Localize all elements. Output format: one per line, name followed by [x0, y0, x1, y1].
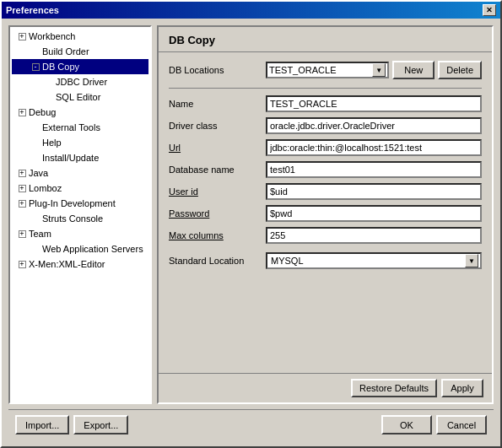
sidebar-item-xmen-xml-editor[interactable]: + X-Men:XML-Editor	[12, 256, 148, 272]
user-id-input[interactable]	[266, 183, 482, 200]
separator	[169, 88, 482, 89]
right-panel: DB Copy DB Locations TEST_ORACLE ▼ New D…	[157, 25, 494, 404]
sidebar-item-label: Lomboz	[29, 183, 62, 193]
title-bar: Preferences ✕	[2, 2, 500, 19]
panel-body: DB Locations TEST_ORACLE ▼ New Delete	[159, 52, 492, 373]
spacer-icon	[29, 121, 42, 134]
title-bar-controls: ✕	[483, 4, 496, 16]
form-row-user-id: User id	[169, 183, 482, 200]
sidebar-item-debug[interactable]: + Debug	[12, 105, 148, 120]
spacer-icon	[42, 75, 56, 89]
form-row-driver-class: Driver class	[169, 117, 482, 134]
form-row-database-name: Database name	[169, 161, 482, 178]
panel-title: DB Copy	[159, 27, 492, 52]
standard-location-label: Standard Location	[169, 256, 266, 266]
tree-panel[interactable]: + Workbench Build Order - DB Copy JDBC D…	[8, 25, 152, 404]
import-button[interactable]: Import...	[15, 415, 69, 435]
window-content: + Workbench Build Order - DB Copy JDBC D…	[2, 19, 500, 446]
sidebar-item-sql-editor[interactable]: SQL Editor	[12, 89, 148, 105]
expand-icon: +	[15, 166, 29, 180]
apply-button[interactable]: Apply	[441, 379, 483, 397]
db-locations-value: TEST_ORACLE	[269, 65, 336, 75]
sidebar-item-jdbc-driver[interactable]: JDBC Driver	[12, 74, 148, 89]
sidebar-item-label: Install/Update	[42, 153, 99, 163]
dropdown-arrow-icon: ▼	[372, 63, 386, 77]
cancel-button[interactable]: Cancel	[436, 415, 487, 435]
main-area: + Workbench Build Order - DB Copy JDBC D…	[8, 25, 494, 404]
driver-class-input[interactable]	[266, 117, 482, 134]
sidebar-item-label: External Tools	[42, 122, 100, 132]
sidebar-item-lomboz[interactable]: + Lomboz	[12, 181, 148, 196]
url-input[interactable]	[266, 139, 482, 156]
sidebar-item-label: SQL Editor	[56, 92, 100, 102]
sidebar-item-label: Build Order	[42, 46, 89, 57]
driver-class-label: Driver class	[169, 121, 266, 131]
spacer-icon	[29, 45, 42, 58]
max-columns-label: Max columns	[169, 230, 266, 240]
sidebar-item-external-tools[interactable]: External Tools	[12, 120, 148, 135]
sidebar-item-build-order[interactable]: Build Order	[12, 44, 148, 59]
sidebar-item-plugin-dev[interactable]: + Plug-In Development	[12, 196, 148, 211]
delete-button[interactable]: Delete	[438, 61, 482, 79]
form-row-password: Password	[169, 205, 482, 222]
close-button[interactable]: ✕	[483, 4, 496, 16]
export-button[interactable]: Export...	[73, 415, 128, 435]
database-name-input[interactable]	[266, 161, 482, 178]
standard-location-dropdown[interactable]: MYSQL ▼	[266, 252, 482, 269]
sidebar-item-label: Workbench	[29, 31, 75, 41]
sidebar-item-label: Team	[29, 229, 51, 239]
sidebar-item-java[interactable]: + Java	[12, 165, 148, 181]
password-label: Password	[169, 208, 266, 219]
sidebar-item-label: Help	[42, 138, 62, 148]
bottom-left-buttons: Import... Export...	[15, 415, 128, 435]
ok-button[interactable]: OK	[381, 415, 432, 435]
max-columns-input[interactable]	[266, 227, 482, 244]
expand-icon: +	[15, 105, 29, 119]
url-label: Url	[169, 143, 266, 153]
db-locations-controls: TEST_ORACLE ▼ New Delete	[266, 61, 482, 79]
db-locations-row: DB Locations TEST_ORACLE ▼ New Delete	[169, 61, 482, 79]
name-input[interactable]	[266, 95, 482, 112]
db-locations-dropdown[interactable]: TEST_ORACLE ▼	[266, 62, 389, 78]
form-row-max-columns: Max columns	[169, 227, 482, 244]
password-input[interactable]	[266, 205, 482, 222]
spacer-icon	[42, 90, 56, 104]
bottom-right-buttons: OK Cancel	[381, 415, 487, 435]
bottom-bar: Import... Export... OK Cancel	[8, 409, 494, 440]
user-id-label: User id	[169, 186, 266, 197]
sidebar-item-label: Plug-In Development	[29, 198, 116, 208]
name-label: Name	[169, 99, 266, 109]
expand-icon: -	[29, 60, 42, 73]
standard-location-value: MYSQL	[269, 256, 304, 266]
sidebar-item-label: Struts Console	[42, 213, 103, 224]
sidebar-item-help[interactable]: Help	[12, 135, 148, 150]
spacer-icon	[29, 151, 42, 165]
sidebar-item-struts-console[interactable]: Struts Console	[12, 211, 148, 226]
form-row-url: Url	[169, 139, 482, 156]
sidebar-item-workbench[interactable]: + Workbench	[12, 29, 148, 44]
standard-dropdown-arrow-icon: ▼	[465, 254, 478, 267]
sidebar-item-label: Web Application Servers	[42, 244, 143, 254]
sidebar-item-web-app-servers[interactable]: Web Application Servers	[12, 241, 148, 256]
sidebar-item-label: Debug	[29, 107, 56, 117]
expand-icon: +	[15, 181, 29, 195]
preferences-window: Preferences ✕ + Workbench Build Order	[0, 0, 502, 448]
sidebar-item-team[interactable]: + Team	[12, 226, 148, 241]
spacer-icon	[29, 212, 42, 225]
sidebar-item-label: JDBC Driver	[56, 77, 107, 87]
form-row-name: Name	[169, 95, 482, 112]
sidebar-item-db-copy[interactable]: - DB Copy	[12, 59, 148, 74]
expand-icon: +	[15, 227, 29, 240]
sidebar-item-install-update[interactable]: Install/Update	[12, 150, 148, 165]
standard-location-row: Standard Location MYSQL ▼	[169, 252, 482, 269]
sidebar-item-label: DB Copy	[42, 62, 79, 72]
database-name-label: Database name	[169, 165, 266, 175]
restore-defaults-button[interactable]: Restore Defaults	[351, 379, 437, 397]
expand-icon: +	[15, 30, 29, 43]
sidebar-item-label: X-Men:XML-Editor	[29, 259, 105, 269]
window-title: Preferences	[6, 5, 59, 15]
expand-icon: +	[15, 197, 29, 210]
spacer-icon	[29, 242, 42, 256]
db-locations-label: DB Locations	[169, 65, 266, 75]
new-button[interactable]: New	[392, 61, 435, 79]
